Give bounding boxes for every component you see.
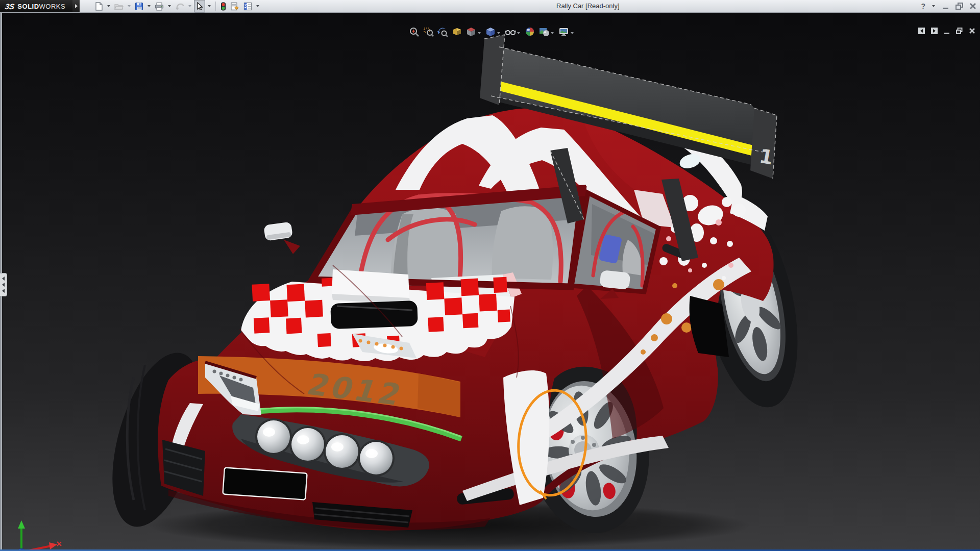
featuremanager-splitter-tab[interactable] [0,273,7,296]
display-style-icon [485,27,496,39]
rebuild-button[interactable] [219,0,228,13]
select-button[interactable] [194,0,205,13]
view-settings-button[interactable] [558,26,575,40]
help-dropdown-arrow[interactable] [932,5,935,7]
print-button[interactable] [153,0,165,13]
restore-button[interactable] [955,2,964,10]
new-document-dropdown-arrow[interactable] [107,5,110,7]
solidworks-logo: 3S SOLIDWORKS [0,0,72,12]
document-title: Rally Car [Read-only] [556,2,620,10]
help-button[interactable]: ? [921,2,925,10]
display-style-button[interactable] [485,26,502,40]
document-window-controls [918,27,976,35]
file-properties-button[interactable] [229,0,241,13]
apply-scene-icon [539,27,550,39]
car-3d-model[interactable]: 2012 [0,12,980,551]
file-properties-icon [230,2,239,11]
open-document-dropdown-arrow[interactable] [128,5,131,7]
save-dropdown-arrow[interactable] [148,5,151,7]
minimize-button[interactable] [942,2,950,10]
view-orientation-dropdown-arrow[interactable] [478,32,481,34]
graphics-viewport[interactable]: 2012 [0,12,980,551]
options-button[interactable] [242,0,254,13]
hide-show-items-button[interactable] [504,26,522,40]
side-mirror-left[interactable] [263,221,300,254]
title-bar: 3S SOLIDWORKS [0,0,980,13]
collapse-arrow-icon [2,289,5,293]
section-view-icon [452,27,462,39]
previous-view-button[interactable] [437,26,449,40]
print-dropdown-arrow[interactable] [168,5,171,7]
select-dropdown-arrow[interactable] [208,5,211,7]
view-settings-icon [558,27,570,39]
undo-icon [175,2,184,11]
tile-left-icon[interactable] [918,27,925,35]
print-icon [155,2,164,11]
license-plate[interactable] [223,467,307,499]
rebuild-traffic-light-icon [220,2,226,11]
open-document-button[interactable] [113,0,125,13]
display-style-dropdown-arrow[interactable] [497,32,500,34]
document-close-icon[interactable] [968,27,976,35]
collapse-arrow-icon [2,277,5,281]
save-icon [135,2,143,11]
previous-view-icon [437,27,448,39]
tile-right-icon[interactable] [930,27,938,35]
hide-show-items-dropdown-arrow[interactable] [517,32,520,34]
headsup-view-toolbar [408,26,575,40]
document-restore-icon[interactable] [955,27,963,35]
save-button[interactable] [133,0,145,13]
edit-appearance-button[interactable] [524,26,536,40]
collapse-arrow-icon [2,283,5,287]
zoom-to-fit-button[interactable] [408,26,420,40]
apply-scene-button[interactable] [538,26,555,40]
edit-appearance-icon [525,27,535,39]
undo-button[interactable] [174,0,186,13]
document-minimize-icon[interactable] [943,28,950,35]
options-checklist-icon [243,2,252,11]
open-document-icon [114,2,124,11]
solidworks-window: 2012 [0,0,980,551]
menu-flyout-arrow[interactable] [72,0,80,12]
close-button[interactable] [969,2,977,10]
toolbar-separator [215,2,216,11]
hide-show-items-icon [505,27,516,39]
options-dropdown-arrow[interactable] [256,5,259,7]
undo-dropdown-arrow[interactable] [188,5,191,7]
new-document-icon [94,2,103,11]
window-controls: ? [921,0,977,12]
zoom-to-area-button[interactable] [423,26,434,40]
standard-toolbar [93,0,261,13]
brand-text-bold: SOLID [17,3,39,10]
zoom-to-area-icon [423,27,434,39]
view-orientation-icon [466,27,477,39]
view-orientation-button[interactable] [465,26,482,40]
brand-text-light: WORKS [39,3,66,10]
view-settings-dropdown-arrow[interactable] [571,32,574,34]
zoom-to-fit-icon [409,27,420,39]
orientation-triad [6,518,62,551]
new-document-button[interactable] [93,0,105,13]
solidworks-logo-mark-icon: 3S [5,2,15,11]
select-cursor-icon [195,2,204,11]
apply-scene-dropdown-arrow[interactable] [551,32,554,34]
section-view-button[interactable] [451,26,463,40]
